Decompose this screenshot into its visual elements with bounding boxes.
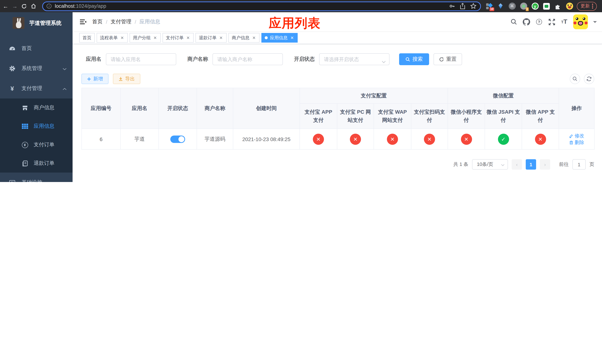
tab-process-form[interactable]: 流程表单✕ xyxy=(97,33,128,43)
breadcrumb-home[interactable]: 首页 xyxy=(92,19,103,25)
goto-suffix: 页 xyxy=(589,161,594,168)
close-icon[interactable]: ✕ xyxy=(120,35,124,40)
total-count: 共 1 条 xyxy=(453,161,468,168)
sidebar-subitem-app-info[interactable]: 应用信息 xyxy=(0,117,73,136)
merchant-name-field[interactable] xyxy=(216,56,279,62)
close-icon[interactable]: ✕ xyxy=(219,35,223,40)
status-icon: ✕ xyxy=(387,133,398,145)
app-name-input[interactable] xyxy=(106,53,176,65)
reset-button[interactable]: 重置 xyxy=(434,53,462,65)
payment-submenu: 商户信息 应用信息 ¥ 支付订单 xyxy=(0,98,73,172)
col-wechat-app: 微信 APP 支付 xyxy=(522,104,559,129)
extension-recorder-icon[interactable]: 1 xyxy=(520,2,527,10)
sidebar-item-system[interactable]: 系统管理 xyxy=(0,58,73,78)
tab-user-group[interactable]: 用户分组✕ xyxy=(129,33,161,43)
logo[interactable]: 芋道管理系统 xyxy=(0,12,73,34)
font-size-icon[interactable]: TT xyxy=(560,18,568,26)
close-icon[interactable]: ✕ xyxy=(153,35,157,40)
address-bar[interactable]: i localhost:1024/pay/app xyxy=(42,1,481,11)
help-icon[interactable]: ? xyxy=(535,18,543,26)
export-button[interactable]: 导出 xyxy=(113,74,140,84)
pagination: 共 1 条 10条/页 ‹ 1 › 前往 页 xyxy=(81,159,594,170)
sidebar-subitem-pay-order[interactable]: ¥ 支付订单 xyxy=(0,136,73,154)
goto-page-input[interactable] xyxy=(572,159,586,170)
close-icon[interactable]: ✕ xyxy=(290,35,294,40)
github-icon[interactable] xyxy=(523,18,530,26)
breadcrumb: 首页 / 支付管理 / 应用信息 xyxy=(92,19,160,25)
share-icon[interactable] xyxy=(460,3,465,9)
fullscreen-icon[interactable] xyxy=(548,18,555,26)
app-name-field[interactable] xyxy=(110,56,172,62)
prev-page-button[interactable]: ‹ xyxy=(512,159,522,170)
col-app-name: 应用名 xyxy=(120,88,159,129)
cell-app-id: 6 xyxy=(82,129,120,150)
close-icon[interactable]: ✕ xyxy=(252,35,256,40)
status-select-field[interactable] xyxy=(323,56,386,62)
chrome-menu-icon[interactable] xyxy=(592,4,593,9)
chevron-up-icon xyxy=(63,86,67,91)
extension-emoji-icon[interactable] xyxy=(566,2,573,10)
user-avatar[interactable] xyxy=(573,14,588,29)
status-label: 开启状态 xyxy=(294,56,315,63)
status-select[interactable] xyxy=(319,53,389,65)
col-actions: 操作 xyxy=(559,88,594,129)
close-icon[interactable]: ✕ xyxy=(186,35,190,40)
cell-alipay-qr: ✕ xyxy=(411,129,448,150)
chrome-update-button[interactable]: 更新 xyxy=(577,2,597,11)
browser-home-icon[interactable] xyxy=(30,3,37,10)
extension-gem-icon[interactable] xyxy=(497,2,504,10)
tab-refund-order[interactable]: 退款订单✕ xyxy=(195,33,226,43)
tab-app-info[interactable]: 应用信息✕ xyxy=(261,33,298,43)
browser-reload-icon[interactable] xyxy=(21,3,27,10)
next-page-button[interactable]: › xyxy=(540,159,550,170)
browser-back-icon[interactable]: ← xyxy=(2,3,9,10)
sidebar-item-payment[interactable]: ¥ 支付管理 xyxy=(0,78,73,98)
sidebar-subitem-refund-order[interactable]: 退款订单 xyxy=(0,154,73,172)
edit-link[interactable]: 修改 xyxy=(569,132,584,139)
header-search-icon[interactable] xyxy=(510,18,517,26)
col-alipay-app: 支付宝 APP 支付 xyxy=(300,104,337,129)
tab-merchant-info[interactable]: 商户信息✕ xyxy=(228,33,259,43)
merchant-name-input[interactable] xyxy=(213,53,283,65)
browser-forward-icon[interactable]: → xyxy=(11,3,18,10)
gear-icon xyxy=(9,65,16,72)
document-icon xyxy=(22,160,28,167)
enabled-toggle[interactable] xyxy=(170,135,185,143)
dashboard-icon xyxy=(9,45,16,52)
delete-link[interactable]: 删除 xyxy=(569,139,584,146)
grid-icon xyxy=(22,123,28,130)
avatar-caret-icon[interactable] xyxy=(593,21,597,25)
tab-pay-order[interactable]: 支付订单✕ xyxy=(162,33,194,43)
cell-alipay-pc: ✕ xyxy=(337,129,374,150)
page-content: 应用名 商户名称 开启状态 xyxy=(73,44,602,182)
extension-chat-icon[interactable] xyxy=(543,2,550,10)
chevron-down-icon xyxy=(382,58,386,65)
add-button[interactable]: 新增 xyxy=(81,74,108,84)
browser-toolbar: ← → i localhost:1024/pay/app xyxy=(0,0,602,12)
search-button[interactable]: 搜索 xyxy=(399,53,429,65)
sidebar-toggle-icon[interactable] xyxy=(79,18,87,26)
col-app-id: 应用编号 xyxy=(82,88,120,129)
status-icon: ✕ xyxy=(350,133,361,145)
sidebar-subitem-merchant-info[interactable]: 商户信息 xyxy=(0,98,73,117)
refresh-icon-button[interactable] xyxy=(584,74,594,84)
page-size-select[interactable]: 10条/页 xyxy=(472,159,508,170)
sidebar-item-infrastructure[interactable]: 基础设施 xyxy=(0,172,73,182)
page-number-1[interactable]: 1 xyxy=(526,159,536,170)
site-info-icon[interactable]: i xyxy=(47,4,52,9)
password-key-icon[interactable] xyxy=(449,3,455,9)
bookmark-star-icon[interactable] xyxy=(470,3,476,9)
tags-view-bar: 首页 流程表单✕ 用户分组✕ 支付订单✕ 退款订单✕ 商户信息✕ 应用信息✕ xyxy=(73,32,602,44)
status-icon: ✕ xyxy=(535,133,546,145)
tab-home[interactable]: 首页 xyxy=(79,33,95,43)
sidebar-item-home[interactable]: 首页 xyxy=(0,39,73,58)
extensions-puzzle-icon[interactable] xyxy=(554,2,562,10)
extension-command-icon[interactable]: ⌘ xyxy=(508,2,516,10)
group-wechat-config: 微信配置 xyxy=(448,88,559,104)
breadcrumb-payment[interactable]: 支付管理 xyxy=(111,19,131,25)
extension-blue-diamond-icon[interactable]: 10 xyxy=(485,2,493,10)
col-alipay-pc: 支付宝 PC 网站支付 xyxy=(337,104,374,129)
chevron-down-icon xyxy=(63,65,67,72)
toggle-search-icon-button[interactable] xyxy=(570,74,580,84)
extension-y-icon[interactable]: y xyxy=(531,2,539,10)
